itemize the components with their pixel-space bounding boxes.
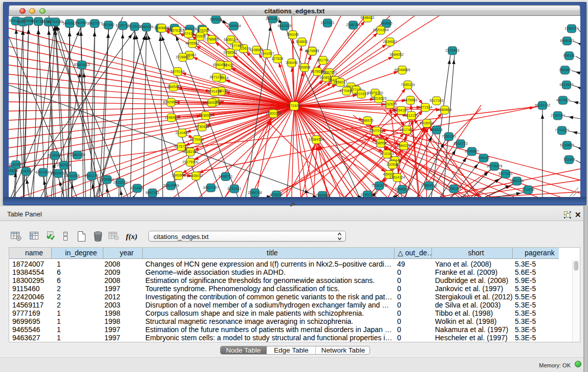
svg-text:3871230: 3871230 (209, 75, 223, 79)
svg-text:4684531: 4684531 (205, 101, 219, 104)
svg-text:5130808: 5130808 (560, 143, 574, 147)
svg-text:994141: 994141 (563, 54, 575, 57)
svg-text:518801: 518801 (296, 40, 308, 43)
svg-text:898975: 898975 (361, 119, 373, 122)
svg-text:3728882: 3728882 (176, 55, 189, 59)
svg-text:34627347: 34627347 (203, 186, 219, 189)
svg-text:2110460: 2110460 (176, 131, 189, 135)
svg-text:891952: 891952 (102, 23, 114, 27)
svg-text:1192619: 1192619 (383, 102, 397, 106)
svg-text:7377459: 7377459 (229, 44, 243, 48)
svg-text:81016525: 81016525 (371, 97, 386, 100)
svg-text:17869910: 17869910 (421, 184, 437, 187)
svg-text:704201: 704201 (20, 169, 32, 173)
svg-text:8096887: 8096887 (465, 149, 478, 153)
svg-text:98231132: 98231132 (535, 103, 551, 107)
svg-text:75181648: 75181648 (371, 184, 387, 187)
svg-text:3219824: 3219824 (9, 169, 18, 172)
svg-text:4214348: 4214348 (130, 186, 144, 190)
svg-text:2188789: 2188789 (346, 23, 360, 27)
svg-text:9375710: 9375710 (174, 145, 188, 148)
svg-text:72682989: 72682989 (69, 153, 85, 157)
svg-text:5977931: 5977931 (498, 172, 512, 176)
svg-text:8612220: 8612220 (404, 114, 418, 117)
svg-text:3741438: 3741438 (207, 90, 221, 93)
svg-text:8707870: 8707870 (354, 92, 368, 96)
svg-text:3564217: 3564217 (397, 144, 410, 147)
svg-text:230889: 230889 (156, 26, 167, 30)
svg-text:4117625: 4117625 (556, 98, 570, 102)
svg-text:1768805: 1768805 (205, 37, 219, 41)
svg-text:407419: 407419 (182, 32, 194, 35)
svg-text:9997381: 9997381 (145, 191, 159, 194)
svg-text:4679591: 4679591 (305, 49, 319, 53)
svg-text:4905582: 4905582 (185, 41, 199, 45)
svg-text:7455324: 7455324 (401, 83, 415, 86)
svg-text:1938483: 1938483 (164, 116, 178, 119)
svg-text:28814949: 28814949 (163, 184, 179, 187)
svg-text:96282117: 96282117 (183, 150, 199, 154)
svg-text:7730428: 7730428 (195, 125, 209, 128)
svg-text:1981186: 1981186 (510, 179, 524, 183)
svg-text:2264748: 2264748 (248, 191, 262, 194)
svg-text:6279418: 6279418 (190, 138, 204, 141)
svg-text:794022: 794022 (477, 156, 489, 160)
svg-text:83863413: 83863413 (74, 63, 90, 67)
svg-text:864544: 864544 (167, 85, 179, 89)
svg-text:871476: 871476 (522, 188, 534, 191)
svg-text:2458591: 2458591 (223, 51, 237, 54)
svg-text:19384554: 19384554 (308, 138, 324, 141)
svg-text:64634663: 64634663 (50, 171, 66, 175)
svg-text:976638: 976638 (270, 193, 282, 196)
svg-text:4841005: 4841005 (277, 24, 291, 28)
svg-text:2582524: 2582524 (57, 163, 71, 167)
svg-text:8761611: 8761611 (228, 187, 242, 190)
svg-text:2191066: 2191066 (266, 17, 279, 20)
svg-text:127824: 127824 (271, 57, 283, 60)
svg-text:8633773: 8633773 (453, 142, 467, 145)
svg-text:5476583: 5476583 (403, 98, 417, 102)
svg-text:301629: 301629 (194, 34, 206, 38)
svg-text:7550190: 7550190 (442, 135, 455, 138)
svg-text:1538552: 1538552 (199, 114, 212, 117)
svg-text:3341057: 3341057 (260, 52, 274, 55)
svg-text:736059: 736059 (75, 21, 86, 25)
svg-text:6960453: 6960453 (213, 63, 227, 67)
svg-text:38427073: 38427073 (86, 21, 102, 25)
svg-text:539898: 539898 (298, 65, 310, 69)
svg-text:4694634: 4694634 (227, 24, 241, 28)
svg-text:7089806: 7089806 (438, 108, 451, 112)
svg-text:8350099: 8350099 (139, 25, 153, 29)
svg-text:2651177: 2651177 (85, 174, 99, 178)
svg-text:1527021: 1527021 (320, 21, 334, 25)
svg-text:2871534: 2871534 (418, 105, 432, 109)
svg-text:3790237: 3790237 (360, 193, 374, 196)
svg-text:7754864: 7754864 (100, 178, 114, 181)
svg-text:7358113: 7358113 (447, 187, 461, 190)
svg-text:5479144: 5479144 (170, 70, 184, 73)
svg-text:9143903: 9143903 (9, 163, 23, 166)
svg-text:6007072: 6007072 (369, 129, 383, 133)
svg-text:2556017: 2556017 (333, 80, 347, 84)
svg-text:2839607: 2839607 (383, 40, 397, 43)
svg-text:479201: 479201 (197, 29, 209, 32)
svg-text:163918: 163918 (430, 128, 442, 132)
svg-text:9548432: 9548432 (360, 16, 374, 19)
svg-text:83793389: 83793389 (47, 20, 63, 24)
svg-text:1848731: 1848731 (219, 174, 232, 178)
svg-text:60929647: 60929647 (163, 100, 179, 104)
svg-text:308496: 308496 (286, 61, 297, 64)
svg-text:100599: 100599 (386, 163, 398, 166)
svg-text:9519948: 9519948 (559, 83, 573, 86)
svg-text:680828: 680828 (210, 17, 222, 21)
svg-text:5108603: 5108603 (249, 48, 263, 52)
svg-text:7774229: 7774229 (555, 128, 569, 132)
svg-text:2833230: 2833230 (113, 181, 127, 184)
svg-text:1959074: 1959074 (564, 27, 578, 30)
svg-text:9517485: 9517485 (400, 128, 413, 132)
svg-text:2564689: 2564689 (315, 193, 329, 197)
svg-text:42614537: 42614537 (35, 170, 51, 174)
svg-text:8231838: 8231838 (66, 174, 79, 178)
svg-text:2375453: 2375453 (445, 49, 459, 52)
svg-text:5418934: 5418934 (420, 121, 433, 125)
